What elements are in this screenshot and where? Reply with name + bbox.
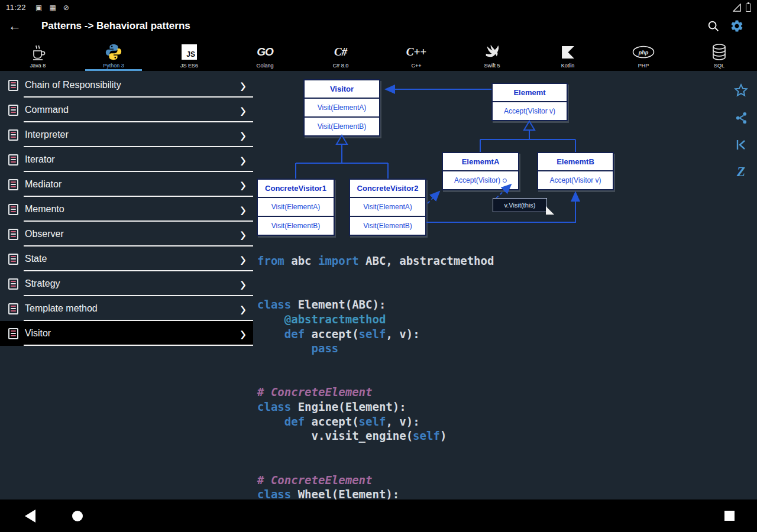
pattern-doc-icon [8, 179, 18, 190]
first-page-icon[interactable] [732, 131, 750, 158]
code-line: pass [257, 341, 730, 356]
tab-cpp[interactable]: C++ C++ [378, 37, 454, 71]
uml-method: Visit(ElementB) [350, 217, 425, 235]
tab-python-3[interactable]: Python 3 [76, 37, 151, 71]
tab-php[interactable]: php PHP [606, 37, 681, 71]
chevron-right-icon: › [240, 252, 246, 267]
tab-label: Kotlin [561, 63, 575, 69]
pattern-doc-icon [8, 204, 18, 215]
code-line [257, 283, 730, 297]
settings-gear-icon[interactable] [725, 19, 749, 33]
tab-golang[interactable]: GO Golang [227, 37, 303, 71]
search-icon[interactable] [701, 20, 725, 33]
swift-bird-icon [483, 42, 501, 62]
tab-csharp[interactable]: C# C# 8.0 [303, 37, 378, 71]
pattern-item-chain-of-responsibility[interactable]: Chain of Responsibility› [0, 73, 253, 98]
tab-label: SQL [714, 63, 724, 69]
back-arrow-icon[interactable]: ← [8, 18, 34, 34]
pattern-label: Visitor [25, 328, 51, 339]
svg-text:php: php [638, 50, 649, 56]
notification-icon-2: ▦ [49, 4, 56, 12]
database-icon [711, 42, 727, 62]
tab-java-8[interactable]: Java 8 [0, 37, 76, 71]
uml-class-title: ConcreteVisitor1 [258, 180, 334, 198]
right-toolbar: Z [732, 77, 750, 186]
code-line [257, 371, 730, 385]
uml-class-title: Visitor [305, 80, 379, 99]
pattern-item-state[interactable]: State› [0, 246, 253, 271]
uml-method: Visit(ElementA) [350, 198, 425, 217]
chevron-right-icon: › [240, 128, 246, 142]
code-line: class Element(ABC): [257, 297, 730, 312]
code-block: from abc import ABC, abstractmethod clas… [257, 254, 730, 502]
code-line: def accept(self, v): [257, 414, 730, 429]
notification-icon-1: ▣ [35, 4, 42, 12]
pattern-item-template-method[interactable]: Template method› [0, 296, 253, 321]
nav-back-button[interactable] [25, 510, 35, 523]
pattern-doc-icon [8, 105, 18, 116]
kotlin-icon [561, 42, 575, 62]
tab-label: JS ES6 [180, 63, 198, 69]
nav-home-button[interactable] [72, 511, 83, 521]
golang-icon: GO [257, 42, 273, 62]
code-line [257, 458, 730, 473]
tab-label: Java 8 [30, 63, 46, 69]
pattern-item-mediator[interactable]: Mediator› [0, 172, 253, 197]
code-line: v.visit_engine(self) [257, 429, 730, 443]
pattern-label: Template method [25, 303, 98, 314]
page-title: Patterns -> Behavioral patterns [41, 20, 190, 32]
interface-lollipop-icon [503, 179, 507, 183]
tab-swift-5[interactable]: Swift 5 [454, 37, 530, 71]
uml-method: Visit(ElementB) [258, 217, 334, 235]
uml-class-visitor: Visitor Visit(ElementA) Visit(ElementB) [303, 79, 380, 137]
code-line: from abc import ABC, abstractmethod [257, 254, 730, 268]
chevron-right-icon: › [240, 277, 246, 291]
uml-class-element-b: ElememtB Accept(Visitor v) [537, 152, 614, 190]
php-icon: php [632, 42, 655, 62]
uml-diagram: Visitor Visit(ElementA) Visit(ElementB) … [257, 73, 621, 252]
chevron-right-icon: › [240, 326, 246, 341]
favorite-star-icon[interactable] [732, 77, 750, 104]
pattern-item-iterator[interactable]: Iterator› [0, 147, 253, 172]
language-tab-bar: Java 8 Python 3 JS JS ES6 GO Golang C# C… [0, 37, 757, 71]
code-line: class Engine(Element): [257, 400, 730, 414]
uml-class-concrete-visitor-1: ConcreteVisitor1 Visit(ElementA) Visit(E… [257, 179, 335, 236]
signal-icon [733, 4, 741, 12]
app-bar: ← Patterns -> Behavioral patterns [0, 15, 757, 37]
pattern-label: Iterator [25, 154, 55, 165]
pattern-doc-icon [8, 303, 18, 314]
code-line [257, 268, 730, 283]
uml-class-title: Elememt [493, 84, 567, 102]
javascript-icon: JS [182, 42, 197, 62]
uml-note: v.Visit(this) [493, 198, 547, 212]
pattern-label: Interpreter [25, 129, 69, 140]
uml-class-concrete-visitor-2: ConcreteVisitor2 Visit(ElementA) Visit(E… [349, 179, 426, 236]
notification-icon-3: ⊘ [63, 4, 69, 12]
chevron-right-icon: › [240, 78, 246, 93]
pattern-label: Memento [25, 204, 64, 215]
pattern-item-memento[interactable]: Memento› [0, 197, 253, 222]
content-scroll-area[interactable]: Chain of Responsibility›Command›Interpre… [0, 71, 757, 499]
z-order-icon[interactable]: Z [732, 158, 750, 186]
pattern-item-strategy[interactable]: Strategy› [0, 271, 253, 296]
pattern-item-command[interactable]: Command› [0, 98, 253, 122]
tab-js-es6[interactable]: JS JS ES6 [151, 37, 227, 71]
tab-label: C# 8.0 [333, 63, 349, 69]
uml-method: Accept(Visitor v) [493, 102, 567, 120]
clock: 11:22 [6, 3, 26, 12]
code-line [257, 443, 730, 458]
pattern-doc-icon [8, 254, 18, 265]
tab-kotlin[interactable]: Kotlin [530, 37, 606, 71]
pattern-item-interpreter[interactable]: Interpreter› [0, 122, 253, 147]
share-icon[interactable] [732, 104, 750, 131]
uml-method: Accept(Visitor) [443, 171, 518, 189]
pattern-item-observer[interactable]: Observer› [0, 222, 253, 246]
pattern-item-visitor[interactable]: Visitor› [0, 321, 253, 346]
pattern-doc-icon [8, 129, 18, 141]
uml-method: Visit(ElementA) [258, 198, 334, 217]
status-bar: 11:22 ▣ ▦ ⊘ [0, 0, 757, 15]
chevron-right-icon: › [240, 153, 246, 167]
nav-recents-button[interactable] [724, 511, 735, 521]
tab-sql[interactable]: SQL [681, 37, 757, 71]
pattern-doc-icon [8, 80, 18, 91]
